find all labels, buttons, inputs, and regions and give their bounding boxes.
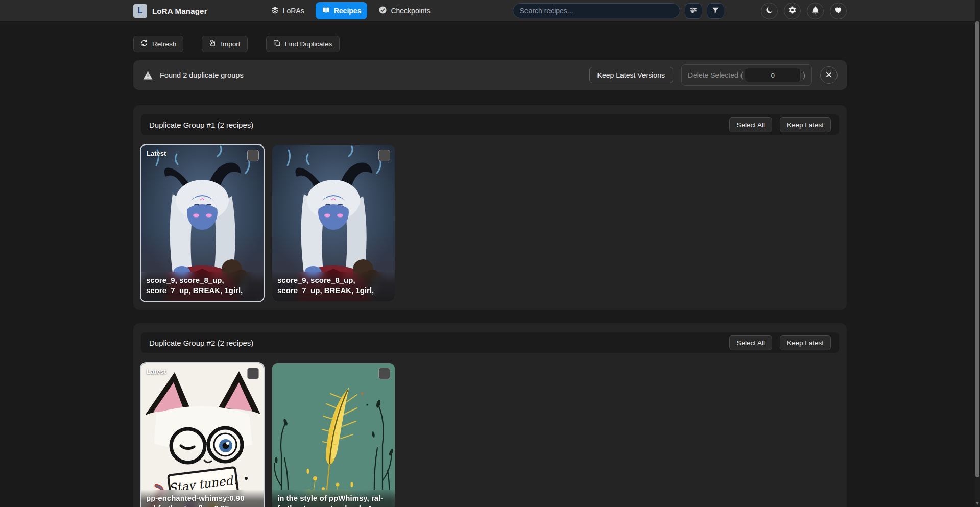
banner-close-button[interactable] bbox=[820, 66, 838, 84]
scrollbar-thumb[interactable] bbox=[975, 21, 979, 477]
group-1-keep-latest-button[interactable]: Keep Latest bbox=[780, 117, 831, 132]
tab-loras-label: LoRAs bbox=[283, 7, 304, 15]
recipe-caption: score_9, score_8_up, score_7_up, BREAK, … bbox=[272, 272, 395, 301]
app-viewport: L LoRA Manager LoRAs bbox=[0, 0, 980, 507]
selected-count-input[interactable] bbox=[745, 68, 801, 82]
duplicates-banner: Found 2 duplicate groups Keep Latest Ver… bbox=[133, 60, 847, 90]
recipe-checkbox[interactable] bbox=[378, 150, 390, 161]
tab-recipes[interactable]: Recipes bbox=[316, 2, 368, 19]
recipe-card[interactable]: in the style of ppWhimsy, ral-frctlgmtry… bbox=[272, 363, 395, 507]
nav-actions bbox=[761, 3, 847, 19]
keep-latest-versions-button[interactable]: Keep Latest Versions bbox=[589, 67, 673, 83]
find-duplicates-label: Find Duplicates bbox=[285, 40, 332, 48]
tab-recipes-label: Recipes bbox=[334, 7, 362, 15]
settings-button[interactable] bbox=[784, 3, 801, 19]
app-logo[interactable]: L LoRA Manager bbox=[133, 4, 207, 18]
tab-checkpoints[interactable]: Checkpoints bbox=[372, 2, 436, 19]
app-title: LoRA Manager bbox=[152, 7, 207, 15]
refresh-icon bbox=[140, 39, 148, 49]
delete-selected-suffix: ) bbox=[803, 71, 805, 79]
toolbar: Refresh Import Find Dupl bbox=[133, 36, 847, 52]
sliders-icon bbox=[689, 6, 698, 16]
search-box[interactable] bbox=[513, 3, 680, 18]
tab-checkpoints-label: Checkpoints bbox=[391, 7, 430, 15]
recipe-caption: score_9, score_8_up, score_7_up, BREAK, … bbox=[141, 272, 264, 301]
warning-triangle-icon bbox=[142, 70, 153, 81]
latest-badge: Latest bbox=[147, 368, 166, 375]
import-icon bbox=[209, 39, 217, 49]
recipe-checkbox[interactable] bbox=[378, 368, 390, 379]
recipe-caption: pp-enchanted-whimsy:0.90 ral-frctlgmtry_… bbox=[141, 490, 264, 507]
recipe-image-yellow-feather bbox=[272, 363, 395, 507]
duplicate-group-2: Duplicate Group #2 (2 recipes) Select Al… bbox=[133, 323, 847, 507]
recipe-checkbox[interactable] bbox=[247, 368, 259, 379]
refresh-button[interactable]: Refresh bbox=[133, 36, 183, 52]
recipe-card[interactable]: Stay tuned! bbox=[141, 363, 264, 507]
search-group bbox=[513, 3, 724, 19]
group-2-header: Duplicate Group #2 (2 recipes) Select Al… bbox=[141, 332, 839, 353]
refresh-label: Refresh bbox=[152, 40, 176, 48]
group-2-keep-latest-button[interactable]: Keep Latest bbox=[780, 335, 831, 350]
group-1-title: Duplicate Group #1 (2 recipes) bbox=[149, 120, 253, 129]
recipe-card[interactable]: Latest score_9, score_8_up, score_7_up, … bbox=[141, 145, 264, 301]
scrollbar-down-arrow[interactable]: ▼ bbox=[975, 501, 980, 506]
recipe-image-whimsy-cat: Stay tuned! bbox=[141, 363, 264, 507]
book-icon bbox=[322, 6, 330, 16]
import-label: Import bbox=[221, 40, 240, 48]
funnel-icon bbox=[711, 6, 720, 16]
navbar: L LoRA Manager LoRAs bbox=[0, 0, 980, 22]
banner-message: Found 2 duplicate groups bbox=[160, 71, 244, 79]
group-1-select-all-button[interactable]: Select All bbox=[729, 117, 772, 132]
group-1-header: Duplicate Group #1 (2 recipes) Select Al… bbox=[141, 114, 839, 135]
theme-toggle-button[interactable] bbox=[761, 3, 778, 19]
advanced-filters-button[interactable] bbox=[685, 3, 702, 19]
logo-icon: L bbox=[133, 4, 147, 18]
latest-badge: Latest bbox=[147, 150, 166, 157]
group-2-title: Duplicate Group #2 (2 recipes) bbox=[149, 339, 253, 347]
gear-icon bbox=[788, 6, 797, 16]
tab-loras[interactable]: LoRAs bbox=[265, 2, 310, 19]
close-icon bbox=[825, 71, 832, 80]
favorites-button[interactable] bbox=[830, 3, 847, 19]
moon-icon bbox=[765, 6, 774, 16]
import-button[interactable]: Import bbox=[202, 36, 247, 52]
find-duplicates-button[interactable]: Find Duplicates bbox=[266, 36, 340, 52]
check-circle-icon bbox=[378, 6, 387, 16]
delete-selected-prefix: Delete Selected ( bbox=[688, 71, 743, 79]
layers-icon bbox=[271, 6, 279, 16]
search-input[interactable] bbox=[519, 7, 674, 15]
filter-button[interactable] bbox=[707, 3, 724, 19]
recipe-card[interactable]: score_9, score_8_up, score_7_up, BREAK, … bbox=[272, 145, 395, 301]
recipe-caption: in the style of ppWhimsy, ral-frctlgmtry… bbox=[272, 490, 395, 507]
scrollbar[interactable]: ▼ bbox=[975, 0, 980, 507]
notifications-button[interactable] bbox=[807, 3, 824, 19]
group-2-select-all-button[interactable]: Select All bbox=[729, 335, 772, 350]
duplicate-group-1: Duplicate Group #1 (2 recipes) Select Al… bbox=[133, 105, 847, 310]
recipe-checkbox[interactable] bbox=[247, 150, 259, 161]
copy-icon bbox=[273, 39, 281, 49]
delete-selected-button[interactable]: Delete Selected ( ) bbox=[681, 64, 812, 86]
nav-tabs: LoRAs Recipes bbox=[265, 2, 437, 19]
bell-icon bbox=[811, 6, 820, 16]
heart-icon bbox=[834, 6, 843, 16]
